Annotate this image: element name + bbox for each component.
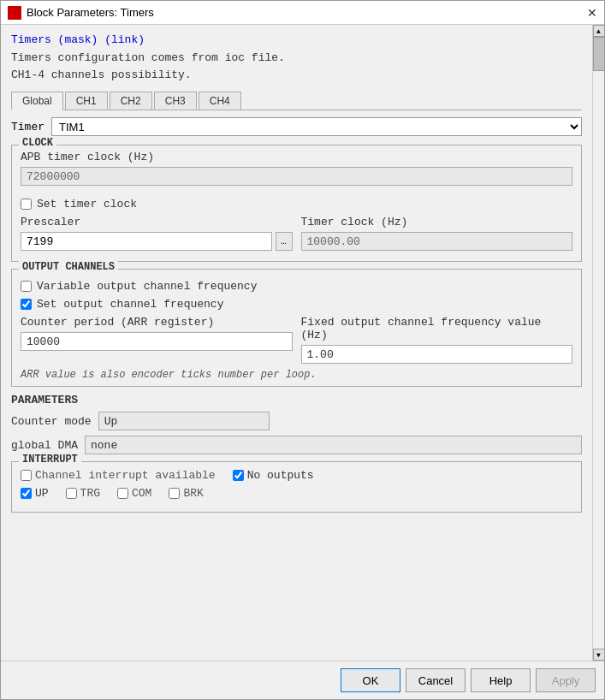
tab-global[interactable]: Global <box>11 92 63 110</box>
output-channels-section: OUTPUT CHANNELS Variable output channel … <box>11 269 582 387</box>
counter-mode-input <box>98 412 270 430</box>
desc-text: Timers configuration comes from ioc file… <box>11 50 582 83</box>
scroll-up-button[interactable]: ▲ <box>593 25 605 37</box>
arr-note: ARR value is also encoder ticks number p… <box>21 369 572 381</box>
com-item: COM <box>117 487 151 500</box>
set-output-freq-label: Set output channel frequency <box>37 298 223 311</box>
prescaler-ellipsis-button[interactable]: … <box>276 232 293 251</box>
parameters-section: PARAMETERS Counter mode global DMA <box>11 394 582 454</box>
counter-mode-label: Counter mode <box>11 415 92 428</box>
close-button[interactable]: ✕ <box>587 7 597 19</box>
main-window: Block Parameters: Timers ✕ Timers (mask)… <box>0 0 605 700</box>
prescaler-input[interactable] <box>21 232 272 251</box>
no-outputs-label: No outputs <box>247 469 314 482</box>
trg-item: TRG <box>66 487 100 500</box>
footer: OK Cancel Help Apply <box>1 661 604 699</box>
brk-item: BRK <box>169 487 203 500</box>
up-checkbox[interactable] <box>21 488 32 499</box>
tab-bar: Global CH1 CH2 CH3 CH4 <box>11 92 582 110</box>
trg-label: TRG <box>80 487 100 500</box>
ok-button[interactable]: OK <box>341 668 400 692</box>
counter-fixed-row: Counter period (ARR register) Fixed outp… <box>21 316 572 364</box>
interrupt-row2: UP TRG COM BRK <box>21 487 572 500</box>
desc-line2: CH1-4 channels possibility. <box>11 68 192 81</box>
tab-ch1[interactable]: CH1 <box>65 92 108 110</box>
set-timer-clock-checkbox[interactable] <box>21 199 32 210</box>
channel-interrupt-item: Channel interrupt available <box>21 469 216 482</box>
channel-interrupt-checkbox[interactable] <box>21 470 32 481</box>
set-output-freq-checkbox[interactable] <box>21 299 32 310</box>
com-label: COM <box>132 487 151 500</box>
help-button[interactable]: Help <box>471 668 531 692</box>
prescaler-timerclock-row: Prescaler … Timer clock (Hz) <box>21 216 572 251</box>
window-icon <box>8 6 21 20</box>
variable-freq-row: Variable output channel frequency <box>21 280 572 293</box>
fixed-freq-label: Fixed output channel frequency value (Hz… <box>301 316 573 341</box>
cancel-button[interactable]: Cancel <box>406 668 466 692</box>
fixed-freq-input[interactable] <box>301 345 573 364</box>
scroll-container[interactable]: Timers (mask) (link) Timers configuratio… <box>1 25 592 661</box>
up-item: UP <box>21 487 49 500</box>
timer-row: Timer TIM1 TIM2 TIM3 TIM4 <box>11 117 582 136</box>
up-label: UP <box>35 487 49 500</box>
variable-freq-checkbox[interactable] <box>21 281 32 292</box>
timer-clock-input <box>301 232 573 251</box>
trg-checkbox[interactable] <box>66 488 77 499</box>
com-checkbox[interactable] <box>117 488 128 499</box>
window-title: Block Parameters: Timers <box>27 6 154 19</box>
global-dma-row: global DMA <box>11 436 582 454</box>
brk-label: BRK <box>183 487 203 500</box>
desc-line1: Timers configuration comes from ioc file… <box>11 51 285 64</box>
scroll-down-button[interactable]: ▼ <box>593 649 605 661</box>
timer-clock-label: Timer clock (Hz) <box>301 216 573 228</box>
clock-section-title: CLOCK <box>19 137 56 149</box>
brk-checkbox[interactable] <box>169 488 180 499</box>
interrupt-row1: Channel interrupt available No outputs <box>21 469 572 482</box>
no-outputs-checkbox[interactable] <box>233 470 244 481</box>
counter-mode-row: Counter mode <box>11 412 582 430</box>
set-output-freq-row: Set output channel frequency <box>21 298 572 311</box>
apb-label: APB timer clock (Hz) <box>21 151 572 163</box>
global-dma-input <box>85 436 582 454</box>
tab-ch2[interactable]: CH2 <box>110 92 152 110</box>
counter-period-input[interactable] <box>21 332 293 351</box>
scrollbar[interactable]: ▲ ▼ <box>592 25 604 661</box>
global-dma-label: global DMA <box>11 439 78 452</box>
interrupt-title: INTERRUPT <box>19 454 81 466</box>
set-timer-clock-row: Set timer clock <box>21 198 572 211</box>
tab-ch3[interactable]: CH3 <box>154 92 197 110</box>
scroll-thumb[interactable] <box>593 37 605 71</box>
link-text[interactable]: Timers (mask) (link) <box>11 33 582 46</box>
tab-ch4[interactable]: CH4 <box>199 92 241 110</box>
apb-input[interactable] <box>21 167 572 186</box>
counter-period-label: Counter period (ARR register) <box>21 316 293 329</box>
interrupt-section: INTERRUPT Channel interrupt available No… <box>11 461 582 513</box>
prescaler-label: Prescaler <box>21 216 293 228</box>
timer-select[interactable]: TIM1 TIM2 TIM3 TIM4 <box>51 117 582 136</box>
no-outputs-item: No outputs <box>233 469 314 482</box>
variable-freq-label: Variable output channel frequency <box>37 280 257 293</box>
clock-section: CLOCK APB timer clock (Hz) Set timer clo… <box>11 145 582 262</box>
apply-button[interactable]: Apply <box>536 668 596 692</box>
title-bar: Block Parameters: Timers ✕ <box>1 1 604 25</box>
timer-label: Timer <box>11 121 44 133</box>
channel-interrupt-label: Channel interrupt available <box>35 469 216 482</box>
set-timer-clock-label: Set timer clock <box>37 198 137 211</box>
parameters-title: PARAMETERS <box>11 394 582 406</box>
output-channels-title: OUTPUT CHANNELS <box>19 261 118 273</box>
